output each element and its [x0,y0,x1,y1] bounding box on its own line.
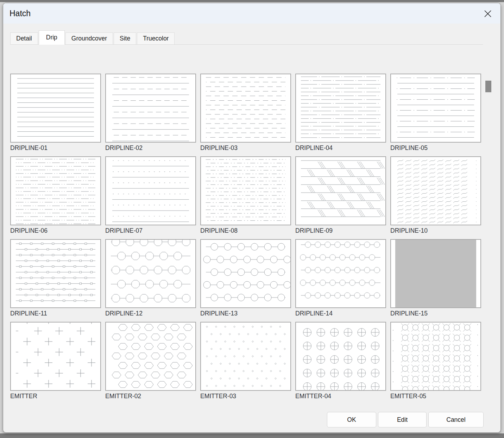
dialog-button-row: OKEditCancel [327,412,484,427]
hatch-label: DRIPLINE-06 [10,227,101,234]
hatch-label: DRIPLINE-10 [390,227,481,234]
hatch-label: DRIPLINE-13 [200,310,291,317]
close-button[interactable] [483,9,493,19]
tab-truecolor[interactable]: Truecolor [137,32,175,44]
hatch-label: DRIPLINE-01 [10,144,101,152]
hatch-label: EMITTER-03 [200,393,291,400]
hatch-swatch-dripline-11[interactable]: DRIPLINE-11 [10,239,101,317]
hatch-preview-dripline-08 [200,156,291,225]
hatch-label: EMITTER-05 [390,393,481,400]
dialog-title: Hatch [10,9,31,18]
hatch-preview-dripline-04 [295,74,386,143]
hatch-preview-dripline-15 [390,239,481,308]
hatch-preview-emitter-02 [105,322,196,391]
hatch-preview-dripline-02 [105,74,196,143]
hatch-label: DRIPLINE-15 [390,310,481,317]
hatch-swatch-grid: DRIPLINE-01DRIPLINE-02DRIPLINE-03DRIPLIN… [10,74,481,400]
hatch-swatch-dripline-04[interactable]: DRIPLINE-04 [295,74,386,152]
hatch-dialog: Hatch DetailDripGroundcoverSiteTruecolor… [3,3,501,433]
hatch-label: DRIPLINE-05 [390,144,481,152]
hatch-label: DRIPLINE-08 [200,227,291,234]
hatch-swatch-dripline-07[interactable]: DRIPLINE-07 [105,156,196,234]
hatch-swatch-emitter-05[interactable]: EMITTER-05 [390,322,481,400]
hatch-label: EMITTER-02 [105,393,196,400]
hatch-swatch-dripline-12[interactable]: DRIPLINE-12 [105,239,196,317]
cancel-button[interactable]: Cancel [428,412,484,427]
hatch-swatch-dripline-15[interactable]: DRIPLINE-15 [390,239,481,317]
hatch-preview-dripline-01 [10,74,101,143]
hatch-swatch-dripline-01[interactable]: DRIPLINE-01 [10,74,101,152]
hatch-label: DRIPLINE-11 [10,310,101,317]
hatch-preview-dripline-13 [200,239,291,308]
hatch-label: DRIPLINE-14 [295,310,386,317]
desktop-edge-top [0,0,504,2]
hatch-swatch-emitter-04[interactable]: EMITTER-04 [295,322,386,400]
hatch-preview-dripline-05 [390,74,481,143]
tab-groundcover[interactable]: Groundcover [65,32,113,44]
hatch-preview-dripline-10 [390,156,481,225]
hatch-label: DRIPLINE-12 [105,310,196,317]
hatch-preview-emitter-04 [295,322,386,391]
hatch-swatch-dripline-03[interactable]: DRIPLINE-03 [200,74,291,152]
tab-detail[interactable]: Detail [10,32,38,44]
hatch-swatch-emitter-03[interactable]: EMITTER-03 [200,322,291,400]
hatch-preview-emitter-05 [390,322,481,391]
hatch-label: DRIPLINE-07 [105,227,196,234]
ok-button[interactable]: OK [327,412,376,427]
hatch-swatch-dripline-14[interactable]: DRIPLINE-14 [295,239,386,317]
edit-button[interactable]: Edit [378,412,427,427]
hatch-swatch-dripline-10[interactable]: DRIPLINE-10 [390,156,481,234]
hatch-swatch-dripline-08[interactable]: DRIPLINE-08 [200,156,291,234]
hatch-label: DRIPLINE-02 [105,144,196,152]
hatch-label: DRIPLINE-03 [200,144,291,152]
tab-bar: DetailDripGroundcoverSiteTruecolor [10,30,483,45]
hatch-preview-dripline-07 [105,156,196,225]
hatch-swatch-dripline-06[interactable]: DRIPLINE-06 [10,156,101,234]
scrollbar-thumb[interactable] [485,81,491,92]
hatch-swatch-emitter[interactable]: EMITTER [10,322,101,400]
hatch-label: EMITTER-04 [295,393,386,400]
hatch-preview-emitter-03 [200,322,291,391]
hatch-swatch-dripline-13[interactable]: DRIPLINE-13 [200,239,291,317]
hatch-preview-dripline-14 [295,239,386,308]
tab-site[interactable]: Site [114,32,136,44]
hatch-label: DRIPLINE-09 [295,227,386,234]
hatch-preview-dripline-03 [200,74,291,143]
hatch-preview-dripline-06 [10,156,101,225]
hatch-swatch-dripline-05[interactable]: DRIPLINE-05 [390,74,481,152]
hatch-preview-dripline-09 [295,156,386,225]
hatch-preview-emitter [10,322,101,391]
dialog-titlebar: Hatch [3,3,500,24]
hatch-label: EMITTER [10,393,101,400]
tab-drip[interactable]: Drip [39,30,65,45]
hatch-swatch-dripline-02[interactable]: DRIPLINE-02 [105,74,196,152]
hatch-preview-dripline-12 [105,239,196,308]
hatch-swatch-emitter-02[interactable]: EMITTER-02 [105,322,196,400]
hatch-preview-dripline-11 [10,239,101,308]
close-icon [484,10,492,18]
hatch-label: DRIPLINE-04 [295,144,386,152]
desktop-edge-bottom [0,433,504,438]
hatch-swatch-dripline-09[interactable]: DRIPLINE-09 [295,156,386,234]
